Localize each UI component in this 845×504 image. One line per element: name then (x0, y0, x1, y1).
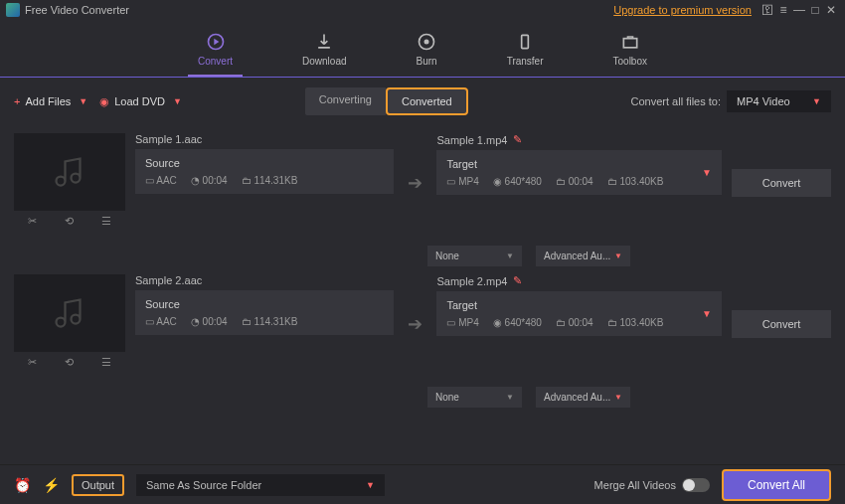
cut-icon[interactable]: ✂ (28, 215, 37, 228)
source-duration: ◔ 00:04 (191, 175, 228, 186)
chevron-down-icon: ▼ (366, 480, 375, 490)
tab-burn[interactable]: Burn (407, 28, 447, 77)
tab-convert[interactable]: Convert (188, 28, 243, 77)
bolt-icon[interactable]: ⚡ (43, 477, 60, 493)
app-title: Free Video Converter (25, 4, 613, 16)
target-format: ▭ MP4 (446, 317, 478, 328)
tab-download[interactable]: Download (292, 28, 356, 77)
convert-all-button[interactable]: Convert All (722, 469, 831, 501)
target-settings-icon[interactable]: ▼ (702, 167, 712, 178)
add-files-button[interactable]: + Add Files ▼ (14, 95, 87, 107)
tab-transfer[interactable]: Transfer (497, 28, 554, 77)
target-filename: Sample 1.mp4 (436, 134, 507, 146)
subtitle-dropdown[interactable]: None▼ (427, 246, 522, 266)
adjust-icon[interactable]: ☰ (101, 215, 111, 228)
chevron-down-icon: ▼ (812, 96, 821, 106)
arrow-right-icon: ➔ (404, 133, 426, 232)
source-duration: ◔ 00:04 (191, 316, 228, 327)
menu-icon[interactable]: ≡ (775, 2, 791, 18)
merge-toggle[interactable] (682, 478, 710, 492)
convert-button[interactable]: Convert (732, 169, 831, 197)
svg-rect-4 (522, 35, 529, 48)
target-resolution: ◉ 640*480 (493, 317, 542, 328)
audio-dropdown[interactable]: Advanced Au...▼ (536, 387, 630, 408)
file-thumbnail (14, 133, 125, 211)
key-icon[interactable]: ⚿ (760, 2, 775, 18)
clock-icon[interactable]: ⏰ (14, 477, 31, 493)
toolbox-icon (620, 32, 640, 52)
arrow-right-icon: ➔ (404, 274, 426, 373)
target-duration: 🗀 00:04 (556, 317, 593, 328)
chevron-down-icon: ▼ (79, 96, 87, 106)
edit-icon[interactable]: ✎ (513, 133, 522, 146)
target-label: Target (446, 158, 702, 170)
target-settings-icon[interactable]: ▼ (702, 308, 712, 319)
cut-icon[interactable]: ✂ (28, 356, 37, 369)
svg-marker-1 (214, 39, 219, 46)
file-thumbnail (14, 274, 125, 352)
burn-icon (417, 32, 436, 52)
source-format: ▭ AAC (145, 316, 177, 327)
crop-icon[interactable]: ⟲ (65, 215, 74, 228)
merge-label: Merge All Videos (594, 479, 676, 491)
svg-point-3 (424, 40, 429, 45)
target-label: Target (446, 299, 702, 311)
edit-icon[interactable]: ✎ (513, 274, 522, 287)
plus-icon: + (14, 95, 20, 107)
tab-converting[interactable]: Converting (305, 87, 386, 115)
output-label: Output (72, 474, 124, 496)
transfer-icon (515, 32, 535, 52)
source-label: Source (145, 298, 384, 310)
upgrade-link[interactable]: Upgrade to premium version (613, 4, 752, 16)
target-resolution: ◉ 640*480 (493, 176, 542, 187)
source-label: Source (145, 157, 384, 169)
source-format: ▭ AAC (145, 175, 177, 186)
download-icon (314, 32, 334, 52)
crop-icon[interactable]: ⟲ (65, 356, 74, 369)
target-size: 🗀 103.40KB (607, 176, 664, 187)
disc-icon: ◉ (99, 95, 109, 108)
source-filename: Sample 1.aac (135, 133, 394, 145)
load-dvd-button[interactable]: ◉ Load DVD ▼ (99, 95, 182, 108)
output-path-dropdown[interactable]: Same As Source Folder ▼ (136, 474, 385, 496)
maximize-icon[interactable]: □ (807, 2, 823, 18)
close-icon[interactable]: ✕ (823, 2, 839, 18)
app-logo (6, 3, 20, 17)
subtitle-dropdown[interactable]: None▼ (427, 387, 522, 408)
target-format: ▭ MP4 (446, 176, 478, 187)
chevron-down-icon: ▼ (173, 96, 182, 106)
source-filename: Sample 2.aac (135, 274, 394, 286)
source-size: 🗀 114.31KB (242, 316, 298, 327)
target-duration: 🗀 00:04 (556, 176, 593, 187)
convert-all-label: Convert all files to: (631, 95, 721, 107)
source-size: 🗀 114.31KB (242, 175, 298, 186)
adjust-icon[interactable]: ☰ (101, 356, 111, 369)
audio-dropdown[interactable]: Advanced Au...▼ (536, 246, 630, 266)
target-filename: Sample 2.mp4 (436, 275, 507, 287)
convert-icon (206, 32, 226, 52)
tab-toolbox[interactable]: Toolbox (603, 28, 657, 77)
minimize-icon[interactable]: — (791, 2, 807, 18)
target-size: 🗀 103.40KB (607, 317, 664, 328)
svg-rect-5 (623, 39, 636, 48)
convert-button[interactable]: Convert (732, 310, 831, 338)
tab-converted[interactable]: Converted (386, 87, 468, 115)
output-format-dropdown[interactable]: MP4 Video ▼ (727, 90, 831, 112)
